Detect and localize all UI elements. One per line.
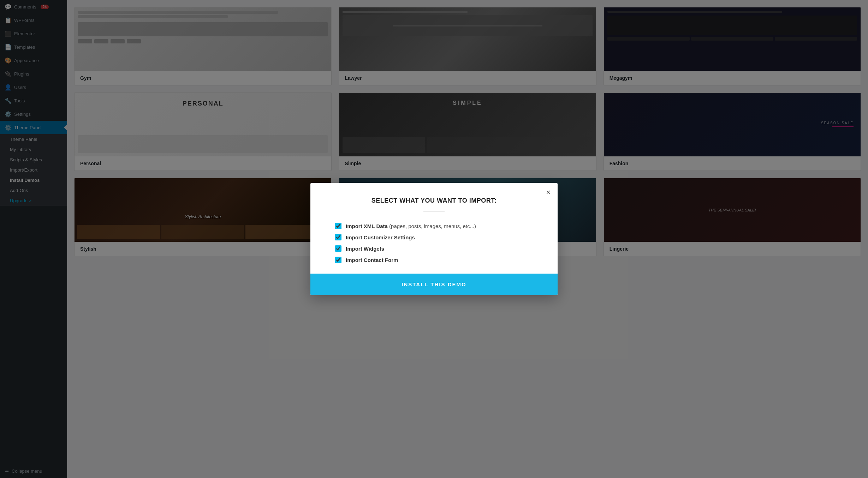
modal-title: SELECT WHAT YOU WANT TO IMPORT:	[328, 197, 540, 204]
import-xml-checkbox[interactable]	[335, 223, 341, 229]
modal-body: × SELECT WHAT YOU WANT TO IMPORT: Import…	[310, 183, 558, 274]
modal-divider	[423, 211, 445, 212]
import-widgets-checkbox[interactable]	[335, 245, 341, 252]
import-options-list: Import XML Data (pages, posts, images, m…	[328, 223, 540, 263]
import-option-customizer: Import Customizer Settings	[335, 234, 533, 240]
import-modal: × SELECT WHAT YOU WANT TO IMPORT: Import…	[310, 183, 558, 295]
import-widgets-label: Import Widgets	[346, 246, 384, 252]
modal-footer: INSTALL THIS DEMO	[310, 274, 558, 295]
import-contact-label: Import Contact Form	[346, 257, 398, 263]
install-demo-button[interactable]: INSTALL THIS DEMO	[310, 274, 558, 295]
import-customizer-checkbox[interactable]	[335, 234, 341, 240]
import-customizer-label: Import Customizer Settings	[346, 234, 415, 240]
import-xml-label: Import XML Data (pages, posts, images, m…	[346, 223, 476, 229]
modal-overlay[interactable]: × SELECT WHAT YOU WANT TO IMPORT: Import…	[0, 0, 868, 478]
import-option-contact: Import Contact Form	[335, 257, 533, 263]
import-option-xml: Import XML Data (pages, posts, images, m…	[335, 223, 533, 229]
modal-close-button[interactable]: ×	[546, 189, 551, 196]
import-contact-checkbox[interactable]	[335, 257, 341, 263]
import-option-widgets: Import Widgets	[335, 245, 533, 252]
